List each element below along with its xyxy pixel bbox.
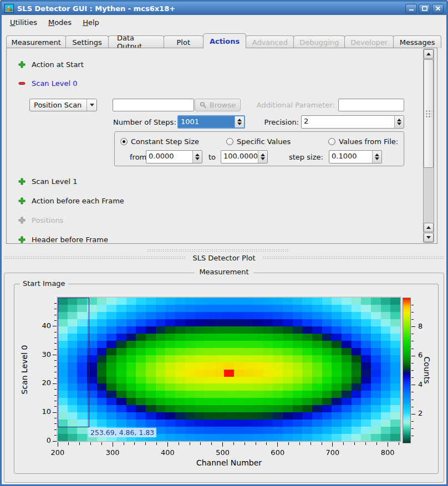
tab-actions[interactable]: Actions [203,33,247,48]
x-minor-tick [322,442,322,445]
scan-level-1-item[interactable]: Scan Level 1 [18,177,77,186]
scan-mode-value: Position Scan [30,101,86,109]
colorbar-minor-tick [411,305,414,305]
x-major-tick [388,442,388,447]
x-minor-tick [145,442,146,445]
x-tick-label: 700 [320,448,345,457]
action-before-frame-item[interactable]: Action before each Frame [18,196,124,205]
tab-developer[interactable]: Developer [344,35,394,48]
splitter-handle[interactable]: SLS Detector Plot [2,244,446,266]
x-major-tick [113,442,113,447]
header-before-frame-item[interactable]: Header before Frame [18,235,108,244]
number-of-steps-spinbox[interactable]: 1001 [177,115,245,129]
y-tick-label: 0 [33,436,51,444]
y-minor-tick [54,418,57,418]
x-major-tick [222,442,223,447]
x-minor-tick [266,442,267,445]
vertical-scrollbar[interactable] [423,49,434,243]
x-minor-tick [124,442,124,445]
precision-spinbox[interactable]: 2 [301,115,404,129]
menu-help[interactable]: Help [78,17,104,28]
spinner-arrows-icon[interactable] [258,151,267,163]
additional-parameter-input[interactable] [338,99,404,111]
positions-label: Positions [32,216,63,224]
scan-mode-combobox[interactable]: Position Scan [29,99,97,111]
app-icon [4,4,14,13]
maximize-button[interactable] [419,4,430,13]
x-minor-tick [68,442,69,445]
y-tick-label: 30 [33,350,51,359]
chevron-down-icon [86,99,96,111]
spinner-arrows-icon[interactable] [372,151,381,163]
scan-level-0-item[interactable]: Scan Level 0 [18,79,77,88]
x-minor-tick [101,442,102,445]
spinner-arrows-icon[interactable] [192,151,202,163]
values-from-file-radio[interactable]: Values from File: [328,137,398,146]
expand-plus-icon-disabled [18,217,26,224]
x-major-tick [58,442,58,447]
y-major-tick [53,412,57,413]
collapse-minus-icon [18,80,26,87]
tab-data-output[interactable]: Data Output [108,35,164,48]
expand-plus-icon [18,197,26,204]
magnifier-icon [200,101,207,109]
tab-measurement[interactable]: Measurement [6,35,66,48]
x-major-tick [167,442,168,447]
colorbar-minor-tick [411,392,414,392]
x-tick-label: 300 [100,448,125,457]
specific-values-radio[interactable]: Specific Values [226,137,291,146]
x-tick-label: 800 [375,448,400,457]
colorbar-minor-tick [411,334,414,334]
y-axis-label: Scan Level 0 [20,325,29,414]
menu-utilities[interactable]: Utilities [5,17,42,28]
splitter-dots [147,249,289,252]
tab-advanced[interactable]: Advanced [246,35,294,48]
tab-debugging[interactable]: Debugging [293,35,345,48]
colorbar-major-tick [411,385,415,385]
expand-plus-icon [18,236,26,243]
tab-plot[interactable]: Plot [164,35,203,48]
plot-area: 253.69, 4.86, 1.83 Channel Number Scan L… [14,284,438,473]
x-minor-tick [343,442,344,445]
scan-file-input[interactable] [113,99,194,111]
splitter-label: SLS Detector Plot [192,254,255,262]
tab-messages[interactable]: Messages [393,35,441,48]
titlebar[interactable]: SLS Detector GUI : Mythen - mcs6x18+ [2,2,446,15]
heatmap-canvas[interactable] [58,298,400,441]
from-spinbox[interactable]: 0.0000 [146,150,202,163]
y-minor-tick [54,401,57,401]
y-minor-tick [54,320,57,321]
y-minor-tick [54,343,57,344]
colorbar-major-tick [411,326,415,327]
y-minor-tick [54,349,57,350]
browse-button[interactable]: Browse [195,99,241,111]
scroll-up-button[interactable] [424,49,434,59]
colorbar-tick-label: 6 [418,351,429,359]
expand-plus-icon [18,61,26,68]
constant-step-size-radio[interactable]: Constant Step Size [120,137,199,146]
x-minor-tick [233,442,234,445]
close-button[interactable] [432,4,444,13]
grip-dots-icon [425,110,432,117]
x-minor-tick [156,442,157,445]
header-before-frame-label: Header before Frame [32,236,108,244]
minimize-button[interactable] [405,4,417,13]
colorbar-major-tick [411,414,415,415]
scrollbar-thumb[interactable] [424,59,434,168]
x-minor-tick [376,442,377,445]
colorbar-tick-label: 4 [418,380,429,388]
spinner-arrows-icon[interactable] [394,116,404,128]
scroll-down-button[interactable] [424,233,434,242]
spinner-arrows-icon[interactable] [235,116,244,127]
x-minor-tick [79,442,80,445]
from-value: 0.0000 [146,151,192,163]
y-minor-tick [54,435,57,436]
action-at-start-item[interactable]: Action at Start [18,60,84,69]
menu-modes[interactable]: Modes [43,17,77,28]
tab-settings[interactable]: Settings [65,35,109,48]
scroll-up-button-bottom[interactable] [424,223,434,232]
step-size-spinbox[interactable]: 0.1000 [329,150,382,163]
x-minor-tick [399,442,399,445]
to-spinbox[interactable]: 100.0000 [221,150,268,163]
x-minor-tick [134,442,135,445]
